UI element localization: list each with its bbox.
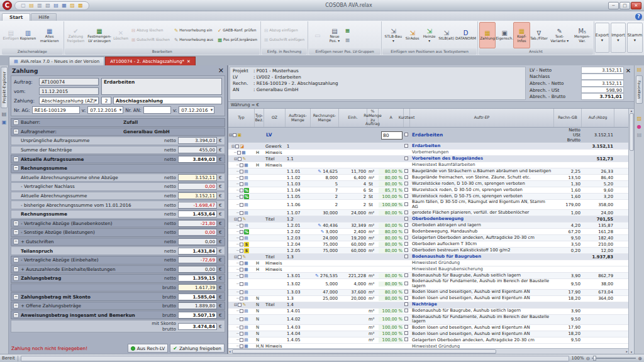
- gaeb-konf-pr-fen-button[interactable]: ✓GAEB-Konf. prüfen: [216, 26, 259, 35]
- eigensch-button[interactable]: ▣Eigensch.: [496, 22, 513, 48]
- a-checkbox[interactable]: [404, 169, 408, 173]
- collapse-button[interactable]: −: [13, 119, 19, 125]
- collapse-button[interactable]: −: [13, 221, 19, 226]
- print-icon[interactable]: ▥: [36, 3, 43, 9]
- festmengen-lv-erzeugen-button[interactable]: ▦Festmengen-LV erzeugen: [87, 22, 112, 48]
- row-checkbox[interactable]: [240, 195, 243, 199]
- a-checkbox[interactable]: [404, 337, 408, 341]
- hervorhebung-ein-button[interactable]: ✎Hervorhebung ein: [172, 26, 215, 35]
- folder-icon[interactable]: ▨: [69, 3, 75, 9]
- maximize-button[interactable]: □: [619, 2, 630, 9]
- expander-icon[interactable]: ⊟: [229, 133, 232, 138]
- zoom-in-icon[interactable]: ⊕: [638, 356, 642, 361]
- lv-table-row[interactable]: ┄▤1.3.0347,00037,600m³80,00 %Boden lösen…: [228, 290, 628, 296]
- a-checkbox[interactable]: [404, 182, 408, 185]
- lv-table-row[interactable]: ┄▤1.2.0324,00019,200m²80,00 %Gelagerten …: [228, 235, 628, 241]
- hscroll-thumb[interactable]: [232, 349, 496, 354]
- lv-table-row[interactable]: ┄▤1.1.01✎14,62511,700m²80,00 %Baugelände…: [228, 168, 628, 175]
- abzug-l-schen-button[interactable]: ⊟Abzug löschen: [130, 26, 172, 35]
- row-checkbox[interactable]: [240, 203, 243, 207]
- stamm-button[interactable]: Stamm▾: [627, 23, 643, 53]
- row-checkbox[interactable]: [240, 290, 243, 294]
- a-checkbox[interactable]: [404, 223, 408, 227]
- lv-table-row[interactable]: ┄▤N1.4.03m³100,00 %Boden lösen und besei…: [228, 325, 628, 331]
- tab-start[interactable]: Start: [2, 13, 30, 21]
- pos-pr-f-erg-nzen-button[interactable]: ▦Pos prüf./ergänzen: [216, 36, 259, 45]
- collapse-button[interactable]: −: [13, 275, 19, 281]
- lv-table-row[interactable]: ┄▤N1.4.05m²100,00 %Gelagerten Oberboden …: [228, 337, 628, 344]
- mengen-var-button[interactable]: M₅Mengen-Var.: [572, 22, 592, 48]
- a-checkbox[interactable]: [404, 255, 408, 258]
- a-checkbox[interactable]: [404, 236, 408, 239]
- export-button[interactable]: Export▾: [595, 23, 609, 53]
- vertical-scrollbar[interactable]: ▴▾: [628, 109, 634, 354]
- alles-markieren-button[interactable]: ▦Alles markieren: [37, 22, 62, 48]
- lv-table-row[interactable]: ┄▤N1.4.02m³100,00 %Bodenaushub für Funda…: [228, 315, 628, 325]
- collapse-button[interactable]: −: [13, 129, 19, 134]
- vscroll-thumb[interactable]: [630, 113, 634, 151]
- collapse-button[interactable]: −: [13, 294, 19, 300]
- row-checkbox[interactable]: [237, 151, 241, 155]
- a-checkbox[interactable]: [404, 194, 408, 198]
- archive-icon[interactable]: ▩: [77, 3, 84, 9]
- pos-pair-icon[interactable]: ▭: [309, 22, 326, 48]
- column-header-auftr-ep[interactable]: Auftr-EP: [410, 109, 554, 127]
- a-checkbox[interactable]: [404, 217, 408, 221]
- row-checkbox[interactable]: [240, 261, 243, 265]
- column-header-auf-abzg[interactable]: Auf-/Abzg: [582, 109, 614, 127]
- gutschrift-einf-gen-button[interactable]: ⊞Gutschrift einfügen: [262, 36, 306, 45]
- zahlung-name-field[interactable]: Abschlagszahlung: [113, 97, 222, 104]
- a-checkbox[interactable]: [404, 248, 408, 252]
- a-checkbox[interactable]: [404, 188, 408, 192]
- favorites-folder-icon[interactable]: ▤: [637, 67, 642, 72]
- row-checkbox[interactable]: [240, 309, 243, 313]
- row-checkbox[interactable]: [240, 282, 243, 286]
- collapse-button[interactable]: −: [13, 303, 19, 309]
- lv-table-row[interactable]: ┄S1.2.0575,00060,000m²80,00 %Oberboden b…: [228, 248, 628, 254]
- row-checkbox[interactable]: [238, 255, 242, 259]
- row-checkbox[interactable]: [240, 170, 243, 173]
- collapse-button[interactable]: −: [13, 312, 19, 318]
- row-checkbox[interactable]: [235, 145, 239, 148]
- lv-table-row[interactable]: ┄▤N1.4.04m³100,00 %Boden lösen und besei…: [228, 331, 628, 337]
- zoom-slider-thumb[interactable]: [593, 356, 596, 361]
- row-checkbox[interactable]: [238, 217, 242, 221]
- abzug-einf-gen-button[interactable]: ⊟Abzug einfügen: [262, 26, 306, 35]
- row-checkbox[interactable]: [240, 224, 243, 228]
- lv-table-row[interactable]: ┄▤1.1.028,0006,400m²80,00 %Baugelände fr…: [228, 175, 628, 181]
- report-icon[interactable]: ▦: [61, 3, 67, 9]
- vom-field[interactable]: 11.12.2015: [39, 87, 99, 95]
- zahlung-nr-field[interactable]: 2: [101, 97, 111, 104]
- minimize-button[interactable]: −: [608, 2, 619, 9]
- zahlung-type-select[interactable]: Abschlagszahlung (AZ): [39, 97, 99, 104]
- hervorhebung-aus-button[interactable]: ✎Hervorhebung aus: [172, 36, 215, 45]
- row-checkbox[interactable]: [240, 249, 243, 253]
- close-button[interactable]: ✕: [631, 2, 641, 9]
- expander-icon[interactable]: ⊟: [234, 302, 237, 307]
- group-grid-icon[interactable]: ▦: [343, 26, 380, 35]
- document-icon[interactable]: ▤: [53, 3, 59, 9]
- print-preview-icon[interactable]: ▧: [45, 3, 51, 9]
- expander-icon[interactable]: ⊟: [234, 156, 237, 162]
- catalog-icon[interactable]: ▣: [2, 119, 7, 125]
- a-checkbox[interactable]: [404, 290, 408, 293]
- tab-hilfe[interactable]: Hilfe: [31, 13, 57, 21]
- a-checkbox[interactable]: [404, 309, 408, 312]
- pink-ball-icon[interactable]: ●: [637, 124, 642, 129]
- l-schen-button[interactable]: ✕Löschen: [113, 22, 129, 48]
- lv-table-row[interactable]: ┄▦HHinweisHinweistext Baugrubensicherung: [228, 266, 628, 273]
- lv-table-row[interactable]: ⊟✎NTitel1.4Nachträge: [228, 302, 628, 309]
- row-checkbox[interactable]: [240, 243, 243, 246]
- a-checkbox[interactable]: [404, 156, 408, 160]
- zahlung-button[interactable]: ▦Zahlung: [479, 22, 496, 48]
- row-checkbox[interactable]: [240, 326, 243, 329]
- lv-table-row[interactable]: ┄▦HHinweisVorbemerkungen: [228, 150, 628, 156]
- folder-icon[interactable]: ▨: [637, 116, 642, 121]
- column-header-rechn-gb[interactable]: Rechn-GB: [554, 109, 582, 127]
- zoom-out-icon[interactable]: ⊖: [586, 356, 591, 361]
- gutschrift-l-schen-button[interactable]: ⊞Gutschrift löschen: [130, 36, 172, 45]
- auftrag-name-field[interactable]: Erdarbeiten: [101, 78, 222, 95]
- lv-table-row[interactable]: ┄▤1.2.01✎40,43632,349m²80,00 %Oberboden …: [228, 222, 628, 229]
- lv-table-row[interactable]: ⊟◪Gewerk1Erdarbeiten3.152,11: [228, 143, 628, 150]
- lv-table-row[interactable]: ┄▦HHinweisHinweistext Gründung: [228, 260, 628, 266]
